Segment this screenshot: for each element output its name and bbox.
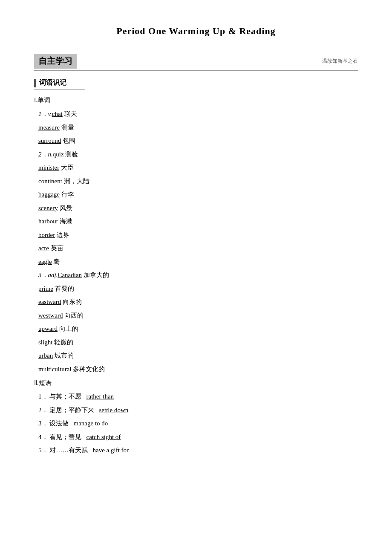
word-pos: 3．adj. xyxy=(38,272,58,278)
word-item: eastward 向东的 xyxy=(38,297,358,308)
word-item: 3．adj.Canadian 加拿大的 xyxy=(38,270,358,281)
word-item: upward 向上的 xyxy=(38,324,358,335)
word-cn: 行李 xyxy=(61,191,74,198)
word-eng: measure xyxy=(38,124,60,131)
phrase-item: 1． 与其；不愿 rather than xyxy=(38,391,358,402)
vocab-section-title: 词语识记 xyxy=(39,78,66,87)
phrase-spacer xyxy=(89,447,91,454)
word-eng: upward xyxy=(38,325,58,332)
word-item: continent 洲，大陆 xyxy=(38,176,358,187)
vocab-title-bar: 词语识记 xyxy=(34,78,358,87)
section-title: 自主学习 xyxy=(34,54,77,69)
phrase-eng: rather than xyxy=(86,393,114,400)
word-cn: 向东的 xyxy=(63,298,82,305)
phrase-spacer xyxy=(83,434,85,440)
phrase-num: 1． xyxy=(38,393,48,400)
phrase-spacer xyxy=(70,420,72,427)
word-cn: 测验 xyxy=(65,151,78,158)
word-item: prime 首要的 xyxy=(38,283,358,295)
part-1: Ⅰ.单词 1．v.chat 聊天 measure 测量 surround 包围 … xyxy=(34,96,358,375)
phrase-item: 3． 设法做 manage to do xyxy=(38,418,358,429)
word-eng: prime xyxy=(38,285,53,292)
word-item: minister 大臣 xyxy=(38,162,358,173)
word-item: baggage 行李 xyxy=(38,189,358,200)
word-eng: multicultural xyxy=(38,366,71,373)
phrase-eng: have a gift for xyxy=(93,447,129,454)
word-eng: eagle xyxy=(38,258,52,265)
word-cn: 城市的 xyxy=(55,352,74,359)
page-title: Period One Warming Up & Reading xyxy=(34,26,358,37)
word-item: eagle 鹰 xyxy=(38,257,358,268)
word-cn: 聊天 xyxy=(64,110,77,117)
part-1-words: 1．v.chat 聊天 measure 测量 surround 包围 2．n.q… xyxy=(38,109,358,375)
phrase-cn: 看见；瞥见 xyxy=(49,434,81,440)
word-item: measure 测量 xyxy=(38,122,358,133)
word-eng: urban xyxy=(38,352,53,359)
word-cn: 测量 xyxy=(61,124,74,131)
word-eng: minister xyxy=(38,164,59,171)
word-cn: 大臣 xyxy=(61,164,74,171)
phrase-item: 4． 看见；瞥见 catch sight of xyxy=(38,432,358,443)
word-pos: 1．v. xyxy=(38,110,52,117)
word-item: westward 向西的 xyxy=(38,310,358,321)
word-cn: 边界 xyxy=(57,231,69,238)
word-eng: surround xyxy=(38,137,61,144)
word-cn: 加拿大的 xyxy=(84,272,109,278)
word-eng: continent xyxy=(38,178,62,185)
word-eng: acre xyxy=(38,245,49,251)
phrase-num: 5． xyxy=(38,447,48,454)
word-item: 1．v.chat 聊天 xyxy=(38,109,358,120)
part-2-phrases: 1． 与其；不愿 rather than 2． 定居；平静下来 settle d… xyxy=(38,391,358,456)
word-cn: 向上的 xyxy=(59,325,78,332)
word-eng: chat xyxy=(52,110,63,117)
word-eng: quiz xyxy=(53,151,64,158)
part-2: Ⅱ.短语 1． 与其；不愿 rather than 2． 定居；平静下来 set… xyxy=(34,379,358,456)
phrase-cn: 定居；平静下来 xyxy=(49,407,94,413)
word-cn: 风景 xyxy=(60,205,72,211)
word-eng: scenery xyxy=(38,205,58,211)
phrase-num: 3． xyxy=(38,420,48,427)
title-left-bar xyxy=(34,79,36,87)
phrase-cn: 对……有天赋 xyxy=(49,447,88,454)
phrase-cn: 与其；不愿 xyxy=(49,393,81,400)
section-header: 自主学习 温故知新基之石 xyxy=(34,54,358,69)
word-cn: 鹰 xyxy=(53,258,60,265)
phrase-eng: manage to do xyxy=(74,420,108,427)
phrase-num: 2． xyxy=(38,407,48,413)
word-item: acre 英亩 xyxy=(38,243,358,254)
word-eng: baggage xyxy=(38,191,60,198)
word-cn: 多种文化的 xyxy=(73,366,105,373)
word-item: scenery 风景 xyxy=(38,203,358,214)
word-eng: westward xyxy=(38,312,63,319)
section-divider xyxy=(34,70,358,71)
word-cn: 向西的 xyxy=(64,312,84,319)
phrase-num: 4． xyxy=(38,434,48,440)
word-item: border 边界 xyxy=(38,230,358,241)
part-2-label: Ⅱ.短语 xyxy=(34,379,358,387)
word-cn: 首要的 xyxy=(55,285,74,292)
word-item: harbour 海港 xyxy=(38,216,358,227)
word-eng: border xyxy=(38,231,55,238)
word-eng: Canadian xyxy=(58,272,82,278)
vocab-underline xyxy=(34,87,85,90)
phrase-item: 2． 定居；平静下来 settle down xyxy=(38,405,358,416)
word-eng: eastward xyxy=(38,298,61,305)
word-cn: 轻微的 xyxy=(54,339,73,346)
phrase-spacer xyxy=(83,393,85,400)
word-item: urban 城市的 xyxy=(38,350,358,361)
phrase-item: 5． 对……有天赋 have a gift for xyxy=(38,445,358,456)
word-eng: harbour xyxy=(38,218,58,225)
word-pos: 2．n. xyxy=(38,151,53,158)
word-cn: 英亩 xyxy=(51,245,63,251)
part-1-label: Ⅰ.单词 xyxy=(34,96,358,104)
word-cn: 海港 xyxy=(60,218,72,225)
word-eng: slight xyxy=(38,339,52,346)
phrase-spacer xyxy=(96,407,98,413)
word-item: surround 包围 xyxy=(38,136,358,147)
word-cn: 洲，大陆 xyxy=(64,178,89,185)
word-cn: 包围 xyxy=(63,137,75,144)
phrase-eng: settle down xyxy=(99,407,129,413)
phrase-cn: 设法做 xyxy=(49,420,69,427)
word-item: 2．n.quiz 测验 xyxy=(38,149,358,160)
word-item: slight 轻微的 xyxy=(38,337,358,348)
